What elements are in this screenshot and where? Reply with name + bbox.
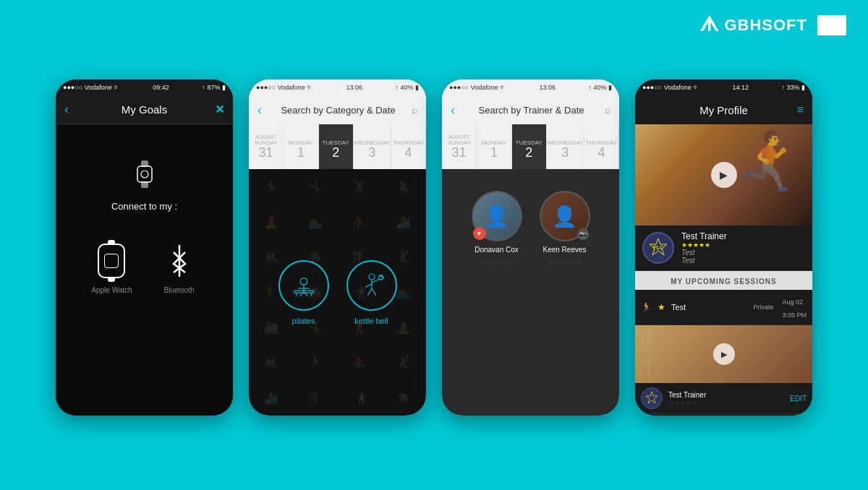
trainer-body: 👤 ♥ Donavan Cox ☆☆☆☆☆ 👤 📷 Keen Reeves ☆☆… bbox=[442, 169, 619, 416]
vertical-label: ab core training bbox=[646, 331, 651, 377]
bottom-nav-4: ♟ 👥 📅 ••• bbox=[635, 413, 812, 416]
category-kettlebell[interactable]: kettle bell bbox=[346, 260, 397, 325]
search-icon-3[interactable]: ⌕ bbox=[605, 104, 610, 116]
kettlebell-icon bbox=[357, 271, 386, 300]
status-bar-4: ●●●○○ Vodafone ᯤ 14:12 ↑ 33% ▮ bbox=[635, 79, 812, 95]
svg-line-17 bbox=[365, 283, 372, 287]
session-trainer-row: Test Trainer ☆☆☆☆☆ EDIT bbox=[635, 383, 812, 413]
apple-watch-item[interactable]: Apple Watch bbox=[91, 241, 132, 294]
close-icon-1[interactable]: ✕ bbox=[215, 103, 224, 116]
cal-num-sun: 31 bbox=[259, 146, 273, 159]
status-bar-2: ●●●○○ Vodafone ᯤ 13:06 ↑ 40% ▮ bbox=[249, 79, 426, 95]
session-item: 🏃 ★ Test Private Aug 02 3:05 PM bbox=[635, 290, 812, 325]
kettlebell-circle bbox=[346, 260, 397, 311]
search-trainer-header: ‹ Search by Trainer & Date ⌕ bbox=[442, 95, 619, 124]
menu-icon-4[interactable]: ≡ bbox=[797, 103, 804, 116]
bluetooth-item[interactable]: Bluetooth bbox=[161, 241, 197, 294]
battery-4: ↑ 33% ▮ bbox=[781, 84, 805, 91]
trainer-name-4: Test Trainer bbox=[681, 231, 805, 241]
battery-3: ↑ 40% ▮ bbox=[588, 84, 612, 91]
time-4: 14:12 bbox=[733, 84, 749, 91]
carrier-3: ●●●○○ Vodafone ᯤ bbox=[449, 84, 506, 91]
cal-month-wed bbox=[371, 134, 373, 139]
camera-badge-keen: 📷 bbox=[577, 228, 589, 240]
my-profile-header: My Profile ≡ bbox=[635, 95, 812, 124]
calendar-strip-3: AUGUST SUNDAY 31 MONDAY 1 TUESDAY 2 WEDN… bbox=[442, 124, 619, 169]
apple-watch-label: Apple Watch bbox=[91, 286, 132, 294]
search-icon-2[interactable]: ⌕ bbox=[412, 104, 417, 116]
back-arrow-3[interactable]: ‹ bbox=[451, 103, 455, 118]
category-pilates[interactable]: pilates bbox=[278, 260, 329, 325]
status-right-1: ↑ 87% ▮ bbox=[202, 84, 226, 91]
play-button-overlay: ▶ bbox=[635, 124, 812, 225]
play-button[interactable]: ▶ bbox=[711, 162, 737, 188]
trainer-keen[interactable]: 👤 📷 Keen Reeves ☆☆☆☆☆ bbox=[540, 191, 590, 266]
trainer-donavan[interactable]: 👤 ♥ Donavan Cox ☆☆☆☆☆ bbox=[472, 191, 522, 266]
apple-watch-icon-wrap bbox=[93, 241, 129, 280]
back-arrow-2[interactable]: ‹ bbox=[258, 103, 262, 118]
cal-day-wed-3[interactable]: WEDNESDAY 3 bbox=[547, 124, 584, 169]
pilates-icon bbox=[289, 271, 318, 300]
status-bar-3: ●●●○○ Vodafone ᯤ 13:06 ↑ 40% ▮ bbox=[442, 79, 619, 95]
bluetooth-icon-wrap bbox=[161, 241, 197, 280]
my-profile-title: My Profile bbox=[699, 104, 748, 116]
cal-day-mon[interactable]: MONDAY 1 bbox=[284, 124, 318, 169]
cal-day-thu-3[interactable]: THURSDAY 4 bbox=[584, 124, 619, 169]
trainer-details: Test Trainer ★★★★★ Test Test bbox=[681, 231, 805, 265]
apple-watch-face bbox=[104, 254, 119, 268]
pilates-circle bbox=[278, 260, 329, 311]
donavan-stars: ☆☆☆☆☆ bbox=[479, 258, 515, 266]
cal-month-sun: AUGUST bbox=[255, 134, 276, 139]
keen-stars: ☆☆☆☆☆ bbox=[547, 258, 583, 266]
session-time: 3:05 PM bbox=[782, 311, 807, 319]
pilates-label: pilates bbox=[292, 317, 315, 325]
upcoming-label: MY UPCOMING SESSIONS bbox=[671, 278, 777, 285]
back-arrow-1[interactable]: ‹ bbox=[64, 102, 69, 117]
status-left-1: ●●●○○ Vodafone ᯤ bbox=[63, 84, 120, 91]
svg-marker-22 bbox=[646, 392, 658, 403]
cal-day-mon-3[interactable]: MONDAY 1 bbox=[477, 124, 511, 169]
trainer-sub2: Test bbox=[681, 257, 805, 265]
my-goals-title: My Goals bbox=[122, 103, 167, 116]
my-goals-header: ‹ My Goals ✕ bbox=[56, 95, 233, 124]
phones-container: ●●●○○ Vodafone ᯤ 09:42 ↑ 87% ▮ ‹ My Goal… bbox=[36, 79, 832, 416]
session-star: ★ bbox=[658, 302, 665, 312]
svg-line-19 bbox=[372, 288, 376, 296]
apple-watch-svg bbox=[98, 244, 125, 278]
cal-day-sun-3[interactable]: AUGUST SUNDAY 31 bbox=[442, 124, 477, 169]
session-video: ▶ bbox=[635, 325, 812, 383]
svg-rect-2 bbox=[141, 181, 148, 188]
cal-day-wed[interactable]: WEDNESDAY 3 bbox=[354, 124, 391, 169]
heart-badge-donavan: ♥ bbox=[473, 227, 486, 240]
cal-day-tue-3[interactable]: TUESDAY 2 bbox=[512, 124, 547, 169]
svg-point-5 bbox=[300, 278, 307, 285]
bluetooth-label: Bluetooth bbox=[164, 286, 195, 294]
carrier-2: ●●●○○ Vodafone ᯤ bbox=[256, 84, 313, 91]
keen-name: Keen Reeves bbox=[542, 246, 586, 254]
phone-my-goals: ●●●○○ Vodafone ᯤ 09:42 ↑ 87% ▮ ‹ My Goal… bbox=[56, 79, 233, 416]
svg-rect-1 bbox=[141, 160, 148, 167]
category-body: 🏃 🤸 🏋️ 🚴 🧘 🏊 ⛹️ 🏄 🤼 🏇 🧗 🤾 🏌️ 🏇 🤺 🏊 🚵 🤸 bbox=[249, 169, 426, 416]
svg-rect-0 bbox=[137, 166, 152, 182]
logo-icon: ᗑ bbox=[699, 13, 718, 37]
session-trainer-stars: ☆☆☆☆☆ bbox=[668, 399, 784, 406]
donavan-avatar-wrapper: 👤 ♥ bbox=[472, 191, 522, 241]
logo-bar bbox=[817, 15, 846, 35]
session-trainer-info: Test Trainer ☆☆☆☆☆ bbox=[668, 391, 784, 406]
device-row: Apple Watch Bluetooth bbox=[91, 241, 197, 294]
cal-day-thu[interactable]: THURSDAY 4 bbox=[391, 124, 426, 169]
connect-text: Connect to my : bbox=[111, 201, 177, 212]
session-play-overlay: ▶ bbox=[635, 325, 812, 383]
session-trainer-avatar bbox=[641, 387, 663, 409]
session-play-button[interactable]: ▶ bbox=[713, 343, 735, 365]
edit-button[interactable]: EDIT bbox=[790, 395, 807, 403]
svg-text:FLC: FLC bbox=[653, 245, 663, 250]
search-category-title: Search by Category & Date bbox=[265, 105, 412, 116]
cal-day-tue[interactable]: TUESDAY 2 bbox=[319, 124, 354, 169]
svg-point-3 bbox=[141, 171, 148, 178]
logo-text: GBHSOFT bbox=[724, 16, 807, 35]
keen-avatar-wrapper: 👤 📷 bbox=[540, 191, 590, 241]
cal-day-sun[interactable]: AUGUST SUNDAY 31 bbox=[249, 124, 284, 169]
cal-month-mon bbox=[300, 134, 302, 139]
phone-search-trainer: ●●●○○ Vodafone ᯤ 13:06 ↑ 40% ▮ ‹ Search … bbox=[442, 79, 619, 416]
